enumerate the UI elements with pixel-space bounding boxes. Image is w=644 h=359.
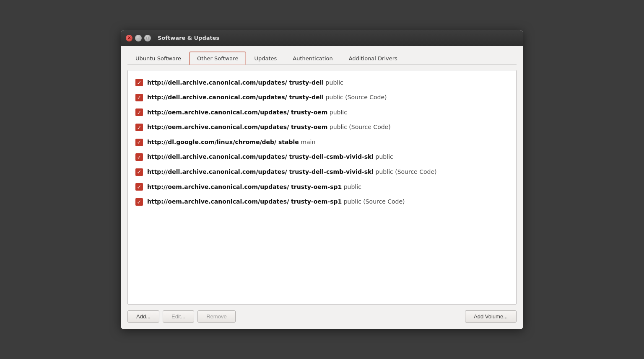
repo-url: http://oem.archive.canonical.com/updates… bbox=[147, 123, 391, 132]
maximize-button[interactable]: □ bbox=[144, 35, 151, 41]
add-button[interactable]: Add... bbox=[127, 310, 159, 323]
repo-url: http://oem.archive.canonical.com/updates… bbox=[147, 198, 405, 206]
repo-item: http://oem.archive.canonical.com/updates… bbox=[133, 105, 511, 120]
repo-checkbox[interactable] bbox=[135, 168, 143, 176]
minimize-button[interactable]: – bbox=[135, 35, 142, 41]
main-window: ✕ – □ Software & Updates Ubuntu Software… bbox=[121, 30, 523, 329]
repo-url-bold: http://oem.archive.canonical.com/updates… bbox=[147, 109, 327, 116]
repo-url-bold: http://dl.google.com/linux/chrome/deb/ s… bbox=[147, 139, 299, 145]
repo-checkbox[interactable] bbox=[135, 79, 143, 86]
titlebar: ✕ – □ Software & Updates bbox=[121, 30, 523, 46]
repo-checkbox[interactable] bbox=[135, 124, 143, 131]
repo-url: http://oem.archive.canonical.com/updates… bbox=[147, 108, 347, 117]
repo-url-suffix: public (Source Code) bbox=[374, 168, 436, 175]
repo-item: http://dell.archive.canonical.com/update… bbox=[133, 165, 511, 180]
repo-checkbox[interactable] bbox=[135, 153, 143, 161]
repo-url-suffix: public bbox=[327, 109, 347, 116]
repo-url-bold: http://oem.archive.canonical.com/updates… bbox=[147, 183, 342, 190]
repo-url-bold: http://dell.archive.canonical.com/update… bbox=[147, 94, 324, 101]
repo-item: http://dell.archive.canonical.com/update… bbox=[133, 150, 511, 165]
window-controls: ✕ – □ bbox=[126, 35, 151, 41]
repo-item: http://dl.google.com/linux/chrome/deb/ s… bbox=[133, 135, 511, 150]
repo-url-bold: http://dell.archive.canonical.com/update… bbox=[147, 153, 374, 160]
repo-list: http://dell.archive.canonical.com/update… bbox=[133, 75, 511, 209]
repo-url-bold: http://dell.archive.canonical.com/update… bbox=[147, 79, 324, 86]
repo-url: http://dell.archive.canonical.com/update… bbox=[147, 153, 393, 161]
close-button[interactable]: ✕ bbox=[126, 35, 132, 41]
repo-checkbox[interactable] bbox=[135, 183, 143, 191]
repo-item: http://oem.archive.canonical.com/updates… bbox=[133, 180, 511, 195]
repo-checkbox[interactable] bbox=[135, 198, 143, 206]
edit-button[interactable]: Edit... bbox=[163, 310, 194, 323]
repo-checkbox[interactable] bbox=[135, 94, 143, 101]
repo-url-suffix: public (Source Code) bbox=[327, 124, 390, 130]
repo-url-suffix: public bbox=[374, 153, 393, 160]
tab-authentication[interactable]: Authentication bbox=[285, 52, 340, 65]
bottom-toolbar: Add... Edit... Remove Add Volume... bbox=[127, 310, 517, 323]
repo-checkbox[interactable] bbox=[135, 139, 143, 146]
add-volume-button[interactable]: Add Volume... bbox=[465, 310, 517, 323]
repo-item: http://oem.archive.canonical.com/updates… bbox=[133, 194, 511, 209]
repo-url-suffix: main bbox=[299, 139, 315, 145]
repo-url-suffix: public bbox=[342, 183, 361, 190]
repo-content-area: http://dell.archive.canonical.com/update… bbox=[127, 70, 517, 305]
repo-url-bold: http://oem.archive.canonical.com/updates… bbox=[147, 124, 327, 130]
tab-updates[interactable]: Updates bbox=[246, 52, 285, 65]
repo-url-suffix: public (Source Code) bbox=[324, 94, 387, 101]
repo-url: http://dell.archive.canonical.com/update… bbox=[147, 79, 343, 87]
repo-url-bold: http://oem.archive.canonical.com/updates… bbox=[147, 198, 342, 205]
repo-item: http://dell.archive.canonical.com/update… bbox=[133, 90, 511, 105]
repo-url-suffix: public (Source Code) bbox=[342, 198, 405, 205]
repo-url: http://dl.google.com/linux/chrome/deb/ s… bbox=[147, 138, 315, 147]
remove-button[interactable]: Remove bbox=[197, 310, 235, 323]
repo-url: http://dell.archive.canonical.com/update… bbox=[147, 93, 387, 102]
tab-ubuntu-software[interactable]: Ubuntu Software bbox=[127, 52, 189, 65]
repo-url-bold: http://dell.archive.canonical.com/update… bbox=[147, 168, 374, 175]
repo-checkbox[interactable] bbox=[135, 108, 143, 116]
repo-url: http://oem.archive.canonical.com/updates… bbox=[147, 183, 361, 191]
repo-url: http://dell.archive.canonical.com/update… bbox=[147, 168, 436, 176]
window-content: Ubuntu Software Other Software Updates A… bbox=[121, 46, 523, 329]
repo-url-suffix: public bbox=[324, 79, 343, 86]
tab-additional-drivers[interactable]: Additional Drivers bbox=[341, 52, 405, 65]
tab-bar: Ubuntu Software Other Software Updates A… bbox=[127, 51, 517, 65]
repo-item: http://dell.archive.canonical.com/update… bbox=[133, 75, 511, 90]
repo-item: http://oem.archive.canonical.com/updates… bbox=[133, 120, 511, 135]
window-title: Software & Updates bbox=[158, 35, 518, 41]
tab-other-software[interactable]: Other Software bbox=[189, 52, 246, 65]
